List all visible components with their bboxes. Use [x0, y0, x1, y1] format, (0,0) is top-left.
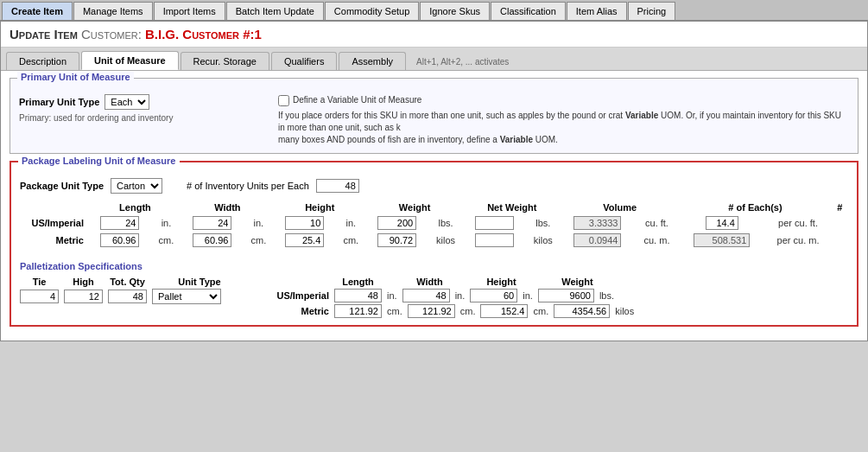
title-customer-label: Customer: [81, 27, 145, 41]
metric-length-input[interactable] [100, 233, 139, 247]
app-container: Create Item Manage Items Import Items Ba… [0, 0, 868, 341]
us-length-input-cell [89, 214, 151, 232]
unit-type-header: Unit Type [152, 277, 247, 287]
metric-each-unit: per cu. m. [764, 232, 831, 249]
pkg-row1: Package Unit Type Carton # of Inventory … [20, 178, 848, 194]
us-volume-input [573, 216, 621, 230]
primary-right: Define a Variable Unit of Measure If you… [278, 94, 849, 146]
us-width-input[interactable] [193, 216, 231, 230]
desc-line1: If you place orders for this SKU in more… [278, 111, 623, 120]
nav-tab-item-alias[interactable]: Item Alias [567, 2, 627, 20]
palletization-title: Palletization Specifications [20, 261, 848, 271]
us-each-input[interactable] [706, 216, 738, 230]
sub-tab-qualifiers[interactable]: Qualifiers [271, 52, 337, 70]
variable-uom-row: Define a Variable Unit of Measure [278, 94, 849, 106]
high-input[interactable] [64, 290, 103, 303]
title-prefix: Update Item [10, 27, 78, 41]
col-header-length: Length [89, 201, 181, 214]
pallet-length-header: Length [334, 277, 382, 287]
us-height-input[interactable] [285, 216, 324, 230]
pallet-height-header: Height [478, 277, 525, 287]
us-width-unit: in. [244, 214, 274, 232]
nav-tab-commodity-setup[interactable]: Commodity Setup [325, 2, 419, 20]
metric-height-input[interactable] [285, 233, 324, 247]
nav-tab-ignore-skus[interactable]: Ignore Skus [420, 2, 490, 20]
nav-tab-batch-item-update[interactable]: Batch Item Update [226, 2, 324, 20]
us-net-weight-input[interactable] [475, 216, 514, 230]
us-height-unit: in. [336, 214, 366, 232]
col-header-extra: # [832, 201, 848, 214]
metric-height-unit: cm. [336, 232, 366, 249]
pallet-metric-height-unit: cm. [533, 306, 548, 316]
metric-length-input-cell [89, 232, 151, 249]
metric-height-input-cell [274, 232, 336, 249]
pallet-left-headers: Tie High Tot. Qty Unit Type [20, 277, 247, 287]
us-volume-unit: cu. ft. [635, 214, 680, 232]
tie-input[interactable] [20, 290, 59, 303]
nav-tab-import-items[interactable]: Import Items [154, 2, 225, 20]
sub-tab-description[interactable]: Description [6, 52, 79, 70]
sub-tab-unit-of-measure[interactable]: Unit of Measure [81, 51, 179, 70]
variable-uom-label: Define a Variable Unit of Measure [293, 94, 421, 106]
pallet-us-width-unit: in. [455, 290, 466, 301]
primary-type-row: Primary Unit Type Each [19, 94, 261, 110]
title-bar: Update Item Customer: B.I.G. Customer #:… [1, 22, 867, 48]
col-header-blank [20, 201, 89, 214]
us-volume-input-cell [561, 214, 635, 232]
sub-tabs: Description Unit of Measure Recur. Stora… [1, 48, 867, 71]
primary-sublabel: Primary: used for ordering and inventory [19, 113, 261, 123]
metric-extra [832, 232, 848, 249]
metric-net-weight-unit: kilos [525, 232, 561, 249]
pallet-us-height-input[interactable] [470, 289, 517, 302]
us-length-unit: in. [151, 214, 181, 232]
nav-tab-pricing[interactable]: Pricing [628, 2, 676, 20]
metric-weight-input[interactable] [377, 233, 416, 247]
col-header-height: Height [274, 201, 366, 214]
metric-length-unit: cm. [151, 232, 181, 249]
pallet-us-length-input[interactable] [334, 289, 382, 302]
pallet-metric-length-input[interactable] [334, 304, 382, 318]
nav-tab-manage-items[interactable]: Manage Items [73, 2, 153, 20]
variable-uom-checkbox[interactable] [278, 95, 289, 106]
col-header-each-count: # of Each(s) [679, 201, 831, 214]
main-content: Primary Unit of Measure Primary Unit Typ… [1, 71, 867, 341]
primary-uom-title: Primary Unit of Measure [17, 72, 134, 82]
palletization-section: Palletization Specifications Tie High To… [20, 256, 848, 318]
unit-type-select[interactable]: Pallet [152, 289, 221, 304]
tie-header: Tie [20, 277, 59, 287]
us-extra [832, 214, 848, 232]
us-each-input-cell [679, 214, 764, 232]
pallet-right-headers: Length Width Height Weight [264, 277, 848, 287]
metric-each-input-cell [679, 232, 764, 249]
pallet-weight-header: Weight [549, 277, 605, 287]
pallet-metric-height-input[interactable] [480, 304, 528, 318]
pallet-metric-weight-input[interactable] [554, 304, 610, 318]
desc-line4: UOM. [535, 135, 558, 144]
nav-tab-create-item[interactable]: Create Item [2, 2, 73, 20]
sub-tab-recur-storage[interactable]: Recur. Storage [181, 52, 269, 70]
nav-tab-classification[interactable]: Classification [491, 2, 566, 20]
us-weight-input-cell [366, 214, 428, 232]
us-weight-unit: lbs. [428, 214, 464, 232]
us-length-input[interactable] [100, 216, 139, 230]
metric-weight-unit: kilos [428, 232, 464, 249]
pkg-unit-type-select[interactable]: Carton [111, 178, 162, 194]
package-labeling-title: Package Labeling Unit of Measure [18, 156, 180, 166]
us-weight-input[interactable] [377, 216, 416, 230]
metric-net-weight-input-cell [463, 232, 525, 249]
us-imperial-row: US/Imperial in. in. [20, 214, 848, 232]
sub-tab-assembly[interactable]: Assembly [339, 52, 406, 70]
metric-net-weight-input[interactable] [475, 233, 514, 247]
metric-label: Metric [20, 232, 89, 249]
metric-width-input[interactable] [193, 233, 231, 247]
high-header: High [64, 277, 103, 287]
us-height-input-cell [274, 214, 336, 232]
primary-type-select[interactable]: Each [105, 94, 149, 110]
pallet-us-width-input[interactable] [402, 289, 450, 302]
pallet-us-height-unit: in. [523, 290, 533, 301]
pallet-metric-width-input[interactable] [408, 304, 455, 318]
inv-per-each-input[interactable] [316, 179, 359, 193]
tot-qty-input[interactable] [108, 290, 147, 303]
pallet-us-weight-input[interactable] [538, 289, 594, 302]
pallet-us-length-unit: in. [387, 290, 397, 301]
